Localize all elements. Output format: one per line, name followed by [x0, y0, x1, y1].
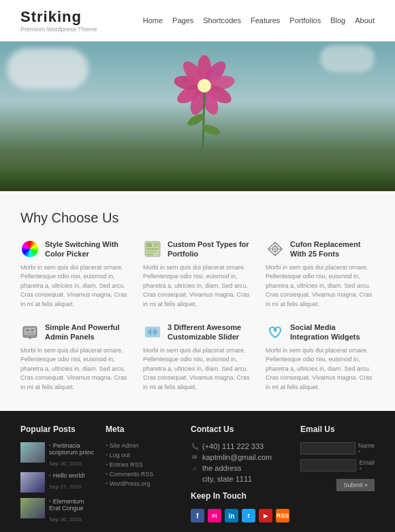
nav-blog[interactable]: Blog — [330, 16, 345, 24]
features-row-2: Simple And Powerful Admin Panels Morbi i… — [20, 322, 375, 392]
feature-custom-post: Custom Post Types for Portfolio Morbi in… — [143, 239, 252, 309]
site-tagline: Premium Wordpress Theme — [20, 26, 97, 33]
meta-wordpress[interactable]: WordPress.org — [106, 480, 180, 487]
flickr-icon[interactable]: Fl — [208, 509, 221, 522]
svg-rect-17 — [146, 251, 156, 252]
post-date: Sep 30, 2010 — [49, 516, 82, 522]
contact-address: the address — [202, 464, 241, 472]
main-nav: Home Pages Shortcodes Features Portfolio… — [143, 16, 375, 24]
name-required: * — [358, 449, 361, 456]
meta-logout[interactable]: Log out — [106, 452, 180, 459]
post-item: Elementum Erat Congue Sep 30, 2010 — [20, 498, 95, 522]
post-info: Hello world! Sep 27, 2010 — [49, 472, 85, 490]
nav-home[interactable]: Home — [143, 16, 163, 24]
cufon-icon — [266, 239, 285, 259]
post-link[interactable]: Elementum Erat Congue — [49, 498, 95, 512]
post-link[interactable]: Hello world! — [49, 472, 85, 479]
feature-header: Simple And Powerful Admin Panels — [20, 322, 129, 342]
feature-title: Cufon Replacement With 25 Fonts — [290, 239, 375, 259]
site-logo: Striking — [20, 8, 97, 26]
svg-line-10 — [203, 93, 204, 147]
feature-text: Morbi in sem quis dui placerat ornare. P… — [20, 263, 129, 310]
svg-rect-16 — [146, 248, 159, 250]
social-icons: f Fl in t ▶ RSS — [191, 509, 289, 522]
feature-text: Morbi in sem quis dui placerat ornare. P… — [266, 346, 375, 393]
svg-rect-15 — [153, 243, 159, 247]
feature-header: 3 Different Awesome Customizable Slider — [143, 322, 252, 342]
name-input[interactable] — [300, 442, 356, 454]
facebook-icon[interactable]: f — [191, 509, 204, 522]
footer: Popular Posts Pertinacia scriptorum prii… — [0, 411, 395, 532]
linkedin-icon[interactable]: in — [225, 509, 238, 522]
meta-entries-rss[interactable]: Entries RSS — [106, 461, 180, 468]
email-col: Email Us Name * Email * Submit » — [300, 425, 375, 528]
popular-posts-col: Popular Posts Pertinacia scriptorum prii… — [20, 425, 95, 528]
svg-rect-25 — [31, 329, 34, 331]
keep-in-touch-title: Keep In Touch — [191, 491, 289, 501]
meta-site-admin[interactable]: Site Admin — [106, 442, 180, 449]
email-input[interactable] — [300, 459, 356, 471]
logo-area: Striking Premium Wordpress Theme — [20, 8, 97, 33]
feature-title: Simple And Powerful Admin Panels — [45, 322, 129, 342]
youtube-icon[interactable]: ▶ — [259, 509, 272, 522]
nav-shortcodes[interactable]: Shortcodes — [203, 16, 241, 24]
meta-comments-rss[interactable]: Comments RSS — [106, 471, 180, 478]
nav-portfolios[interactable]: Portfolios — [289, 16, 321, 24]
svg-rect-26 — [26, 333, 34, 334]
post-date: Sep 27, 2010 — [49, 484, 82, 490]
location-icon: ⌂ — [191, 464, 199, 472]
post-link[interactable]: Pertinacia scriptorum priinc — [49, 442, 95, 456]
why-section: Why Choose Us Style Switching With Color… — [0, 191, 395, 411]
popular-posts-title: Popular Posts — [20, 425, 95, 434]
feature-header: Custom Post Types for Portfolio — [143, 239, 252, 259]
contact-phone-row: 📞 (+40) 111 222 333 — [191, 442, 289, 450]
email-icon: ✉ — [191, 453, 199, 461]
feature-text: Morbi in sem quis dui placerat ornare. P… — [143, 263, 252, 310]
social-media-icon — [266, 322, 285, 342]
email-required: * — [359, 466, 362, 473]
feature-title: Custom Post Types for Portfolio — [168, 239, 252, 259]
post-info: Elementum Erat Congue Sep 30, 2010 — [49, 498, 95, 522]
twitter-icon[interactable]: t — [242, 509, 255, 522]
svg-rect-18 — [146, 254, 153, 255]
feature-header: Cufon Replacement With 25 Fonts — [266, 239, 375, 259]
why-title: Why Choose Us — [20, 210, 375, 226]
feature-title: 3 Different Awesome Customizable Slider — [168, 322, 252, 342]
post-date: Sep 30, 2010 — [49, 461, 82, 467]
name-label: Name * — [358, 442, 375, 456]
hero-section — [0, 41, 395, 191]
contact-title: Contact Us — [191, 425, 289, 434]
post-item: Hello world! Sep 27, 2010 — [20, 472, 95, 493]
contact-email-row: ✉ kaptmlin@gmail.com — [191, 453, 289, 461]
svg-point-27 — [29, 337, 31, 339]
meta-col: Meta Site Admin Log out Entries RSS Comm… — [106, 425, 180, 528]
feature-title: Style Switching With Color Picker — [45, 239, 129, 259]
feature-title: Social Media Integration Widgets — [290, 322, 375, 342]
footer-grid: Popular Posts Pertinacia scriptorum prii… — [20, 425, 375, 528]
contact-email: kaptmlin@gmail.com — [202, 453, 272, 461]
nav-features[interactable]: Features — [251, 16, 280, 24]
meta-title: Meta — [106, 425, 180, 434]
svg-rect-24 — [26, 329, 29, 331]
feature-text: Morbi in sem quis dui placerat ornare. P… — [20, 346, 129, 393]
feature-cufon: Cufon Replacement With 25 Fonts Morbi in… — [266, 239, 375, 309]
nav-pages[interactable]: Pages — [172, 16, 193, 24]
nav-about[interactable]: About — [355, 16, 375, 24]
post-thumbnail — [20, 498, 45, 518]
rss-icon[interactable]: RSS — [276, 509, 289, 522]
email-form: Name * Email * Submit » — [300, 442, 375, 474]
contact-phone: (+40) 111 222 333 — [202, 442, 264, 450]
feature-slider: 3 Different Awesome Customizable Slider … — [143, 322, 252, 392]
feature-social: Social Media Integration Widgets Morbi i… — [266, 322, 375, 392]
svg-rect-31 — [151, 331, 154, 333]
hero-flower — [170, 52, 238, 162]
submit-button[interactable]: Submit » — [336, 479, 375, 491]
feature-text: Morbi in sem quis dui placerat ornare. P… — [143, 346, 252, 393]
contact-col: Contact Us 📞 (+40) 111 222 333 ✉ kaptmli… — [191, 425, 289, 528]
email-label: Email * — [359, 459, 375, 473]
svg-point-9 — [198, 79, 211, 93]
foliage — [0, 161, 395, 191]
feature-text: Morbi in sem quis dui placerat ornare. P… — [266, 263, 375, 310]
site-header: Striking Premium Wordpress Theme Home Pa… — [0, 0, 395, 41]
city-icon — [191, 475, 199, 483]
